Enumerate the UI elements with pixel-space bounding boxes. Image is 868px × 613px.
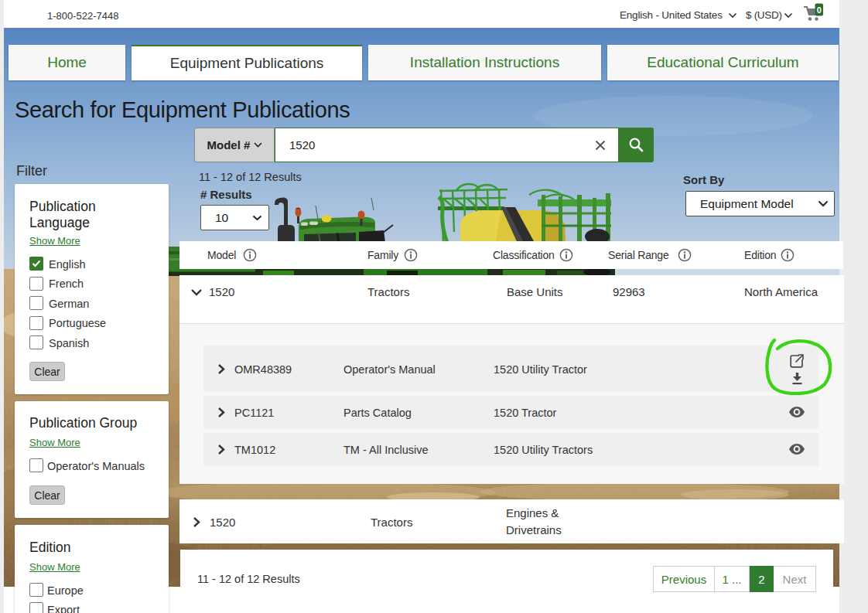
svg-text:0: 0 [817,5,822,15]
